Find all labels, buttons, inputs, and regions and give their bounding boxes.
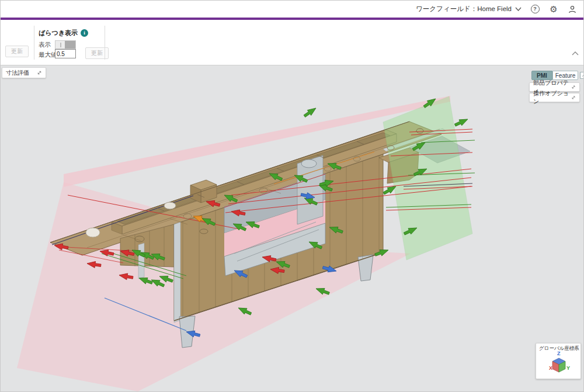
operation-options-panel[interactable]: 操作オプション [529,93,580,102]
info-icon[interactable]: i [81,29,88,37]
show-label: 表示 [39,41,51,49]
global-coordinate-panel[interactable]: グローバル座標系 Z X Y [536,343,581,379]
axis-x-label: X [549,365,552,371]
max-value-label: 最大値 [39,51,57,59]
variation-group-title: ばらつき表示 i [39,29,88,37]
collapse-toolbar-icon[interactable] [572,51,579,55]
expand-icon[interactable] [571,95,576,100]
workfield-selector[interactable]: ワークフィールド：Home Field [416,5,522,13]
collapse-icon[interactable] [573,345,578,350]
expand-icon[interactable] [571,85,576,89]
expand-icon[interactable] [37,70,42,75]
fullscreen-icon[interactable] [579,71,584,79]
top-header-bar: ワークフィールド：Home Field ? ⚙ [1,1,583,18]
show-toggle[interactable] [55,40,76,49]
dimension-eval-label: 寸法評価 [6,69,29,77]
viewport-3d[interactable]: 寸法評価 PMI Feature 部品プロパティ 操作オプション グローバル座標… [1,65,584,392]
max-value-input[interactable] [55,49,76,58]
chevron-down-icon [515,7,522,11]
user-icon[interactable] [567,4,578,15]
model-3d-scene[interactable] [1,65,584,392]
workfield-label: ワークフィールド：Home Field [416,5,512,13]
operation-options-label: 操作オプション [533,89,571,106]
variation-toolbar: 更新 ばらつき表示 i 表示 最大値 更新 [1,20,583,65]
dimension-eval-panel[interactable]: 寸法評価 [2,67,46,78]
toolbar-divider-2 [105,26,105,60]
update-button-right[interactable]: 更新 [85,47,109,59]
update-button-left[interactable]: 更新 [5,46,29,57]
help-icon[interactable]: ? [530,4,540,15]
cad-app-window: ワークフィールド：Home Field ? ⚙ 更新 ばらつき表示 i 表示 最… [0,0,584,392]
gear-icon[interactable]: ⚙ [548,4,559,15]
axis-y-label: Y [566,365,570,371]
toolbar-divider [34,26,34,60]
axis-z-label: Z [557,351,561,356]
